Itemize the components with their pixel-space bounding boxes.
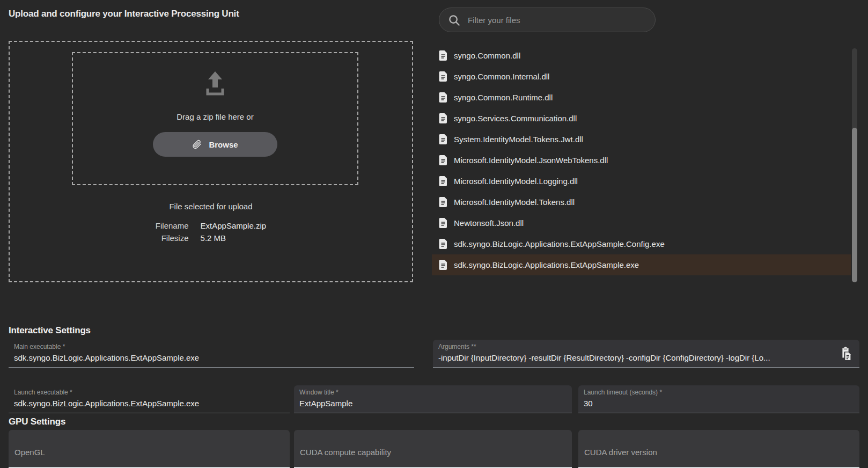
scrollbar-thumb[interactable] bbox=[852, 128, 857, 282]
window-title-label: Window title * bbox=[299, 387, 567, 397]
launch-timeout-value: 30 bbox=[584, 397, 854, 410]
opengl-field[interactable]: OpenGL bbox=[9, 430, 290, 468]
document-icon bbox=[439, 218, 447, 228]
upload-dropzone[interactable]: Drag a zip file here or Browse bbox=[72, 52, 358, 185]
file-name: System.IdentityModel.Tokens.Jwt.dll bbox=[454, 135, 583, 144]
document-icon bbox=[439, 197, 447, 207]
main-executable-value: sdk.syngo.BizLogic.Applications.ExtAppSa… bbox=[14, 352, 409, 364]
main-executable-label: Main executable * bbox=[14, 342, 409, 352]
filesize-value: 5.2 MB bbox=[201, 233, 267, 243]
filesize-label: Filesize bbox=[156, 233, 189, 243]
launch-executable-label: Launch executable * bbox=[14, 387, 284, 397]
file-list-item[interactable]: Microsoft.IdentityModel.JsonWebTokens.dl… bbox=[432, 150, 851, 171]
file-name: Newtonsoft.Json.dll bbox=[454, 218, 524, 228]
selected-file-info: Filename ExtAppSample.zip Filesize 5.2 M… bbox=[10, 221, 412, 243]
drop-hint-text: Drag a zip file here or bbox=[176, 112, 253, 121]
file-list-item[interactable]: sdk.syngo.BizLogic.Applications.ExtAppSa… bbox=[432, 233, 851, 254]
window-title-value: ExtAppSample bbox=[299, 397, 567, 410]
document-icon bbox=[439, 71, 447, 82]
file-list-item[interactable]: syngo.Common.Runtime.dll bbox=[432, 87, 851, 108]
file-list-item[interactable]: Newtonsoft.Json.dll bbox=[432, 213, 851, 233]
document-icon bbox=[439, 260, 447, 270]
file-name: sdk.syngo.BizLogic.Applications.ExtAppSa… bbox=[454, 260, 639, 269]
file-list-item[interactable]: syngo.Common.dll bbox=[432, 45, 851, 66]
arguments-label: Arguments ** bbox=[438, 342, 828, 352]
browse-button-label: Browse bbox=[209, 140, 238, 149]
filename-label: Filename bbox=[156, 221, 189, 230]
file-name: Microsoft.IdentityModel.JsonWebTokens.dl… bbox=[454, 156, 608, 165]
file-list-item[interactable]: Microsoft.IdentityModel.Logging.dll bbox=[432, 171, 851, 192]
cuda-compute-capability-field[interactable]: CUDA compute capability bbox=[294, 430, 572, 468]
copy-arguments-button[interactable] bbox=[835, 343, 856, 364]
document-icon bbox=[439, 92, 447, 103]
filename-value: ExtAppSample.zip bbox=[201, 221, 267, 230]
browse-button[interactable]: Browse bbox=[153, 132, 277, 157]
copy-icon bbox=[837, 346, 854, 362]
upload-icon bbox=[202, 70, 229, 98]
file-list: syngo.Common.dll syngo.Common.Internal.d… bbox=[432, 45, 851, 275]
document-icon bbox=[439, 155, 447, 165]
upload-configure-page: Upload and configure your Interactive Pr… bbox=[0, 0, 868, 468]
file-list-item[interactable]: System.IdentityModel.Tokens.Jwt.dll bbox=[432, 129, 851, 150]
file-name: syngo.Common.Runtime.dll bbox=[454, 93, 553, 102]
page-title: Upload and configure your Interactive Pr… bbox=[9, 9, 239, 19]
file-list-item[interactable]: syngo.Services.Communication.dll bbox=[432, 108, 851, 129]
arguments-field[interactable]: Arguments ** -inputDir {InputDirectory} … bbox=[433, 340, 859, 368]
document-icon bbox=[439, 113, 447, 123]
interactive-settings-heading: Interactive Settings bbox=[9, 325, 91, 336]
file-name: syngo.Common.dll bbox=[454, 51, 520, 60]
file-name: sdk.syngo.BizLogic.Applications.ExtAppSa… bbox=[454, 239, 665, 248]
file-list-item[interactable]: sdk.syngo.BizLogic.Applications.ExtAppSa… bbox=[432, 254, 851, 275]
paperclip-icon bbox=[192, 140, 202, 149]
file-selected-heading: File selected for upload bbox=[10, 202, 412, 211]
launch-timeout-field[interactable]: Launch timeout (seconds) * 30 bbox=[578, 385, 859, 413]
gpu-settings-heading: GPU Settings bbox=[9, 416, 65, 427]
file-list-item[interactable]: syngo.Common.Internal.dll bbox=[432, 66, 851, 87]
cuda-driver-version-label: CUDA driver version bbox=[584, 448, 657, 457]
arguments-value: -inputDir {InputDirectory} -resultDir {R… bbox=[438, 352, 828, 364]
opengl-label: OpenGL bbox=[14, 448, 45, 457]
launch-executable-value: sdk.syngo.BizLogic.Applications.ExtAppSa… bbox=[14, 397, 284, 410]
launch-executable-field[interactable]: Launch executable * sdk.syngo.BizLogic.A… bbox=[9, 385, 290, 413]
file-name: syngo.Services.Communication.dll bbox=[454, 114, 577, 123]
window-title-field[interactable]: Window title * ExtAppSample bbox=[294, 385, 572, 413]
document-icon bbox=[439, 50, 447, 61]
file-list-item[interactable]: Microsoft.IdentityModel.Tokens.dll bbox=[432, 192, 851, 213]
file-name: Microsoft.IdentityModel.Logging.dll bbox=[454, 177, 578, 186]
main-executable-field[interactable]: Main executable * sdk.syngo.BizLogic.App… bbox=[9, 340, 414, 368]
launch-timeout-label: Launch timeout (seconds) * bbox=[584, 387, 854, 397]
file-filter-box bbox=[439, 8, 656, 32]
filter-input[interactable] bbox=[467, 15, 646, 25]
file-name: Microsoft.IdentityModel.Tokens.dll bbox=[454, 198, 575, 207]
file-name: syngo.Common.Internal.dll bbox=[454, 72, 549, 81]
document-icon bbox=[439, 134, 447, 144]
document-icon bbox=[439, 176, 447, 186]
document-icon bbox=[439, 239, 447, 249]
search-icon bbox=[448, 14, 460, 26]
upload-panel: Drag a zip file here or Browse File sele… bbox=[9, 41, 413, 282]
cuda-compute-capability-label: CUDA compute capability bbox=[300, 448, 391, 457]
cuda-driver-version-field[interactable]: CUDA driver version bbox=[578, 430, 859, 468]
